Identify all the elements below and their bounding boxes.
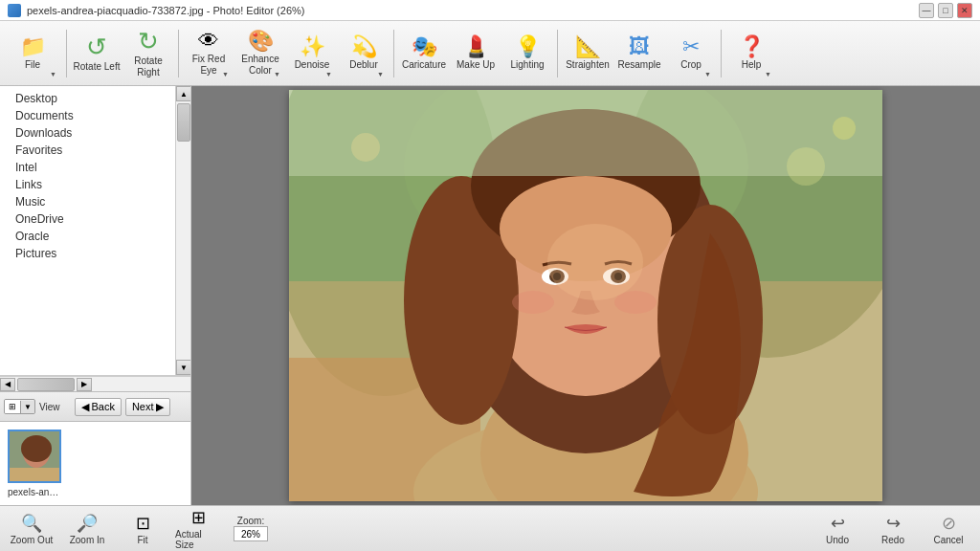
- tree-scrollbar[interactable]: ▲ ▼: [175, 86, 190, 375]
- back-label: Back: [91, 401, 114, 412]
- cancel-button[interactable]: ⊘ Cancel: [924, 509, 972, 549]
- scroll-thumb[interactable]: [177, 103, 190, 142]
- crop-dropdown: ▼: [704, 71, 711, 77]
- lighting-button[interactable]: 💡 Lighting: [502, 25, 552, 82]
- file-button[interactable]: 📁 File ▼: [4, 25, 61, 82]
- svg-point-27: [547, 224, 643, 300]
- help-button[interactable]: ❓ Help ▼: [726, 25, 776, 82]
- deblur-button[interactable]: 💫 Deblur ▼: [339, 25, 389, 82]
- canvas-area: [191, 86, 980, 505]
- statusbar: 🔍 Zoom Out 🔎 Zoom In ⊡ Fit ⊞ Actual Size…: [0, 505, 980, 551]
- folder-pictures[interactable]: Pictures: [0, 245, 175, 262]
- rotate-right-button[interactable]: ↻ Rotate Right: [123, 25, 173, 82]
- svg-point-31: [833, 117, 856, 140]
- status-right: ↩ Undo ↪ Redo ⊘ Cancel: [813, 509, 972, 549]
- undo-button[interactable]: ↩ Undo: [813, 509, 861, 549]
- view-arrow-btn[interactable]: ▼: [20, 401, 34, 413]
- help-label: Help: [742, 59, 762, 71]
- folder-documents[interactable]: Documents: [0, 107, 175, 124]
- left-panel: Desktop Documents Downloads Favorites In…: [0, 86, 191, 505]
- titlebar-controls[interactable]: — □ ✕: [919, 3, 972, 18]
- svg-point-30: [787, 147, 825, 186]
- fit-icon: ⊡: [136, 513, 150, 534]
- rotate-left-label: Rotate Left: [74, 61, 121, 73]
- folder-favorites[interactable]: Favorites: [0, 142, 175, 159]
- enhance-color-button[interactable]: 🎨 Enhance Color ▼: [235, 25, 285, 82]
- zoom-in-icon: 🔎: [77, 513, 98, 534]
- back-button[interactable]: ◀ Back: [75, 398, 121, 416]
- thumbnail-label: pexels-andrea-pi...: [8, 487, 61, 497]
- fix-red-eye-icon: 👁: [198, 31, 219, 52]
- scroll-up-btn[interactable]: ▲: [176, 86, 190, 101]
- undo-label: Undo: [826, 535, 849, 545]
- thumbnail[interactable]: [8, 430, 61, 483]
- zoom-in-label: Zoom In: [70, 535, 105, 545]
- minimize-button[interactable]: —: [919, 3, 934, 18]
- help-icon: ❓: [739, 36, 765, 57]
- close-button[interactable]: ✕: [957, 3, 972, 18]
- redo-icon: ↪: [886, 513, 901, 534]
- make-up-button[interactable]: 💄 Make Up: [451, 25, 501, 82]
- scroll-down-btn[interactable]: ▼: [176, 360, 190, 375]
- straighten-button[interactable]: 📐 Straighten: [563, 25, 612, 82]
- folder-onedrive[interactable]: OneDrive: [0, 210, 175, 228]
- rotate-left-button[interactable]: ↺ Rotate Left: [72, 25, 122, 82]
- back-arrow-icon: ◀: [81, 401, 89, 413]
- deblur-icon: 💫: [351, 36, 377, 57]
- titlebar-title: pexels-andrea-piacquadio-733872.jpg - Ph…: [27, 5, 304, 16]
- thumbnail-image: [10, 431, 59, 481]
- main-area: Desktop Documents Downloads Favorites In…: [0, 86, 980, 505]
- view-grid-icon: ⊞: [9, 402, 16, 411]
- resample-icon: 🖼: [629, 36, 650, 57]
- toolbar-sep-2: [178, 30, 179, 77]
- maximize-button[interactable]: □: [938, 3, 953, 18]
- titlebar-left: pexels-andrea-piacquadio-733872.jpg - Ph…: [8, 4, 304, 17]
- crop-button[interactable]: ✂ Crop ▼: [666, 25, 716, 82]
- lighting-label: Lighting: [510, 59, 544, 71]
- next-button[interactable]: Next ▶: [125, 398, 170, 416]
- fix-red-eye-button[interactable]: 👁 Fix Red Eye ▼: [184, 25, 234, 82]
- undo-icon: ↩: [831, 513, 845, 534]
- rotate-right-label: Rotate Right: [124, 55, 172, 78]
- redo-button[interactable]: ↪ Redo: [869, 509, 917, 549]
- h-scroll-right-btn[interactable]: ▶: [77, 378, 92, 391]
- straighten-icon: 📐: [575, 36, 601, 57]
- cancel-icon: ⊘: [942, 513, 956, 534]
- folder-downloads[interactable]: Downloads: [0, 124, 175, 142]
- next-arrow-icon: ▶: [156, 401, 164, 413]
- fix-red-eye-dropdown: ▼: [222, 71, 229, 77]
- folder-music[interactable]: Music: [0, 193, 175, 210]
- toolbar: 📁 File ▼ ↺ Rotate Left ↻ Rotate Right 👁 …: [0, 21, 980, 86]
- next-label: Next: [132, 401, 154, 412]
- fit-label: Fit: [137, 535, 147, 545]
- file-label: File: [25, 59, 40, 71]
- zoom-in-button[interactable]: 🔎 Zoom In: [63, 509, 111, 549]
- straighten-label: Straighten: [566, 59, 610, 71]
- resample-button[interactable]: 🖼 Resample: [614, 25, 664, 82]
- actual-size-button[interactable]: ⊞ Actual Size: [174, 509, 222, 549]
- tree-h-scrollbar[interactable]: ◀ ▶: [0, 376, 190, 391]
- folder-links[interactable]: Links: [0, 176, 175, 193]
- crop-label: Crop: [680, 59, 702, 71]
- crop-icon: ✂: [682, 36, 700, 57]
- file-tree: Desktop Documents Downloads Favorites In…: [0, 86, 175, 375]
- toolbar-sep-5: [721, 30, 722, 77]
- view-main-btn[interactable]: ⊞: [5, 400, 20, 413]
- h-scroll-left-btn[interactable]: ◀: [0, 378, 15, 391]
- caricature-icon: 🎭: [412, 36, 437, 57]
- rotate-right-icon: ↻: [138, 29, 159, 54]
- caricature-button[interactable]: 🎭 Caricature: [399, 25, 449, 82]
- zoom-out-button[interactable]: 🔍 Zoom Out: [8, 509, 56, 549]
- lighting-icon: 💡: [515, 36, 541, 57]
- h-scroll-thumb[interactable]: [17, 378, 75, 391]
- enhance-color-icon: 🎨: [248, 31, 274, 52]
- zoom-input[interactable]: [234, 526, 268, 541]
- folder-desktop[interactable]: Desktop: [0, 90, 175, 107]
- fit-button[interactable]: ⊡ Fit: [119, 509, 167, 549]
- view-dropdown[interactable]: ⊞ ▼: [4, 399, 35, 414]
- titlebar: pexels-andrea-piacquadio-733872.jpg - Ph…: [0, 0, 980, 21]
- folder-intel[interactable]: Intel: [0, 159, 175, 176]
- denoise-button[interactable]: ✨ Denoise ▼: [287, 25, 337, 82]
- toolbar-sep-1: [66, 30, 67, 77]
- folder-oracle[interactable]: Oracle: [0, 228, 175, 245]
